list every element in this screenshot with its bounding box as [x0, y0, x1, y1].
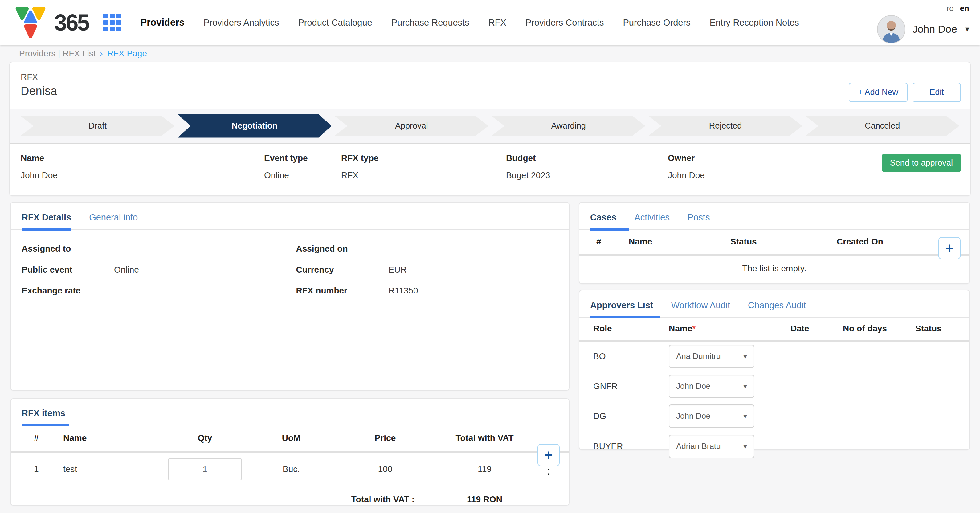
field-rfx-number: RFX number R11350	[296, 280, 558, 301]
approver-row-bo: BO Ana Dumitru ▾	[579, 342, 969, 371]
info-owner: Owner John Doe	[668, 153, 878, 180]
field-public-event: Public event Online	[22, 259, 284, 280]
approver-row-gnfr: GNFR John Doe ▾	[579, 371, 969, 401]
breadcrumb-trail[interactable]: Providers | RFX List	[19, 49, 95, 59]
select-caret-down-icon: ▾	[743, 412, 747, 421]
select-caret-down-icon: ▾	[743, 382, 747, 390]
cases-table-header: # Name Status Created On	[579, 230, 969, 254]
approver-select-bo[interactable]: Ana Dumitru ▾	[669, 345, 754, 368]
nav-item-purchase-requests[interactable]: Purchase Requests	[391, 18, 469, 28]
tab-changes-audit[interactable]: Changes Audit	[748, 300, 806, 311]
cases-tab-track	[579, 229, 969, 230]
field-currency: Currency EUR	[296, 259, 558, 280]
approvers-tabs: Approvers List Workflow Audit Changes Au…	[579, 290, 969, 317]
stage-draft: Draft	[21, 116, 174, 136]
rfx-items-card: RFX items # Name Qty UoM Price Total wit…	[10, 398, 570, 506]
stage-canceled: Canceled	[806, 116, 959, 136]
approver-select-buyer[interactable]: Adrian Bratu ▾	[669, 435, 754, 458]
approvers-card: Approvers List Workflow Audit Changes Au…	[579, 290, 970, 450]
add-case-button[interactable]: +	[939, 237, 961, 259]
item-price: 100	[339, 464, 431, 474]
add-item-button[interactable]: +	[538, 444, 560, 466]
items-total-value: 119 RON	[431, 494, 538, 504]
main-navigation: Providers Providers Analytics Product Ca…	[140, 17, 799, 28]
nav-item-providers-analytics[interactable]: Providers Analytics	[204, 18, 279, 28]
nav-item-product-catalogue[interactable]: Product Catalogue	[298, 18, 372, 28]
approvers-tab-track	[579, 317, 969, 317]
tab-activities[interactable]: Activities	[634, 212, 669, 223]
approver-select-gnfr[interactable]: John Doe ▾	[669, 374, 754, 398]
items-tab-indicator	[22, 424, 69, 426]
item-name: test	[63, 464, 166, 474]
user-avatar[interactable]	[877, 15, 905, 43]
info-name: Name John Doe	[21, 153, 264, 180]
header-actions: + Add New Edit	[849, 83, 961, 102]
tab-cases[interactable]: Cases	[590, 212, 616, 223]
rfx-type-label: RFX	[21, 72, 38, 82]
tab-approvers-list[interactable]: Approvers List	[590, 300, 653, 311]
field-exchange-rate: Exchange rate	[22, 280, 284, 301]
language-switcher: ro en	[947, 2, 969, 13]
tab-general-info[interactable]: General info	[89, 212, 138, 223]
lang-ro[interactable]: ro	[947, 4, 954, 13]
cases-tabs: Cases Activities Posts	[579, 202, 969, 229]
details-tab-track	[11, 229, 569, 230]
nav-item-purchase-orders[interactable]: Purchase Orders	[623, 18, 690, 28]
approver-row-buyer: BUYER Adrian Bratu ▾	[579, 431, 969, 461]
rfx-details-card: RFX Details General info Assigned to Pub…	[10, 202, 570, 390]
item-qty-input[interactable]	[168, 458, 242, 480]
select-caret-down-icon: ▾	[743, 442, 747, 451]
item-total: 119	[431, 464, 538, 474]
rfx-summary-info: Name John Doe Event type Online RFX type…	[10, 153, 970, 180]
field-assigned-on: Assigned on	[296, 238, 558, 259]
send-to-approval-button[interactable]: Send to approval	[882, 153, 961, 172]
nav-item-providers-contracts[interactable]: Providers Contracts	[525, 18, 604, 28]
details-tab-indicator	[22, 228, 72, 231]
approver-select-dg[interactable]: John Doe ▾	[669, 405, 754, 428]
required-marker: *	[692, 324, 695, 333]
approvers-name-header: Name*	[669, 324, 791, 334]
tab-workflow-audit[interactable]: Workflow Audit	[671, 300, 730, 311]
breadcrumb-separator-icon: ›	[100, 49, 103, 59]
app-logo: 365	[12, 4, 88, 41]
user-menu[interactable]: John Doe ▾	[877, 15, 969, 43]
nav-item-providers[interactable]: Providers	[140, 17, 184, 28]
items-title-row: RFX items	[11, 399, 569, 425]
items-tab-track	[11, 425, 569, 425]
rfx-items-title: RFX items	[22, 408, 65, 418]
info-event-type: Event type Online	[264, 153, 341, 180]
lang-en[interactable]: en	[960, 4, 969, 13]
workflow-stage-band: Draft Negotiation Approval Awarding Reje…	[10, 108, 970, 144]
breadcrumb-current[interactable]: RFX Page	[107, 49, 147, 59]
tab-posts[interactable]: Posts	[687, 212, 710, 223]
stage-negotiation: Negotiation	[178, 115, 331, 138]
page-title: Denisa	[21, 84, 57, 98]
brand-name: 365	[54, 10, 88, 36]
edit-button[interactable]: Edit	[913, 83, 961, 102]
rfx-header-card: RFX Denisa + Add New Edit Draft Negotiat…	[9, 62, 971, 196]
brand-triangles-icon	[12, 4, 49, 41]
add-new-button[interactable]: + Add New	[849, 83, 908, 102]
info-rfx-type: RFX type RFX	[341, 153, 506, 180]
approver-row-dg: DG John Doe ▾	[579, 401, 969, 431]
stage-rejected: Rejected	[648, 116, 802, 136]
navbar-right: ro en John Doe ▾	[877, 2, 969, 43]
nav-item-entry-reception-notes[interactable]: Entry Reception Notes	[710, 18, 799, 28]
stage-approval: Approval	[335, 116, 488, 136]
item-row: 1 test Buc. 100 119 ⋮	[11, 452, 569, 486]
user-name[interactable]: John Doe	[912, 23, 957, 35]
stage-awarding: Awarding	[492, 116, 645, 136]
items-total-row: Total with VAT : 119 RON	[11, 486, 569, 504]
apps-grid-icon[interactable]	[103, 14, 121, 32]
select-caret-down-icon: ▾	[743, 352, 747, 361]
details-tabs: RFX Details General info	[11, 202, 569, 229]
item-number: 1	[34, 464, 63, 474]
details-fields: Assigned to Public event Online Exchange…	[11, 230, 569, 301]
nav-item-rfx[interactable]: RFX	[488, 18, 506, 28]
tab-rfx-details[interactable]: RFX Details	[22, 212, 71, 223]
approvers-tab-indicator	[590, 316, 660, 319]
cases-card: Cases Activities Posts # Name Status Cre…	[579, 202, 970, 284]
field-assigned-to: Assigned to	[22, 238, 284, 259]
user-caret-down-icon[interactable]: ▾	[965, 24, 969, 34]
breadcrumb: Providers | RFX List › RFX Page	[19, 49, 147, 59]
